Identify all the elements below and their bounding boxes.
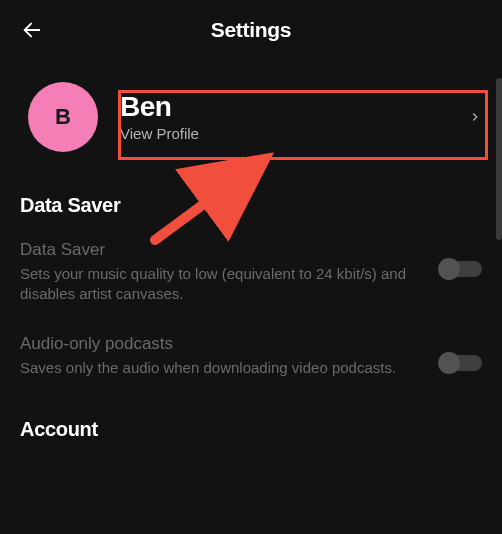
chevron-right-icon	[468, 110, 482, 124]
setting-desc: Saves only the audio when downloading vi…	[20, 358, 424, 378]
setting-desc: Sets your music quality to low (equivale…	[20, 264, 424, 305]
page-title: Settings	[211, 18, 291, 42]
avatar: B	[28, 82, 98, 152]
toggle-thumb	[438, 352, 460, 374]
setting-label: Data Saver	[20, 239, 424, 261]
toggle-data-saver[interactable]	[440, 261, 482, 277]
header-bar: Settings	[0, 0, 502, 54]
back-arrow-icon[interactable]	[20, 18, 44, 42]
setting-row-data-saver: Data Saver Sets your music quality to lo…	[0, 225, 502, 319]
profile-subtitle: View Profile	[120, 125, 468, 142]
scrollbar[interactable]	[496, 78, 502, 240]
section-title-account: Account	[0, 392, 502, 449]
avatar-initial: B	[55, 104, 71, 130]
setting-label: Audio-only podcasts	[20, 333, 424, 355]
profile-row[interactable]: B Ben View Profile	[0, 54, 502, 174]
setting-text: Data Saver Sets your music quality to lo…	[20, 239, 440, 305]
toggle-thumb	[438, 258, 460, 280]
setting-text: Audio-only podcasts Saves only the audio…	[20, 333, 440, 378]
setting-row-audio-only: Audio-only podcasts Saves only the audio…	[0, 319, 502, 392]
section-title-data-saver: Data Saver	[0, 174, 502, 225]
toggle-audio-only[interactable]	[440, 355, 482, 371]
profile-name: Ben	[120, 92, 468, 123]
profile-text: Ben View Profile	[120, 92, 468, 142]
